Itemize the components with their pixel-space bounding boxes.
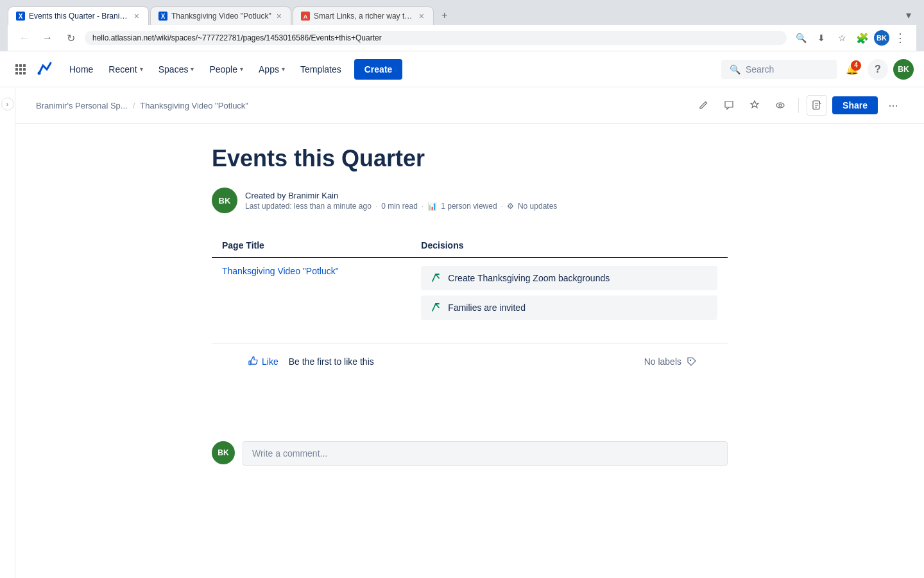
meta-details: Last updated: less than a minute ago · 0…: [245, 202, 557, 211]
edit-button[interactable]: [693, 95, 714, 116]
svg-point-16: [776, 103, 784, 108]
atlassian-logo[interactable]: [36, 60, 54, 78]
watch-button[interactable]: [770, 95, 791, 116]
tab-favicon-2: X: [158, 12, 167, 21]
decision-svg-2: [430, 302, 441, 313]
action-divider: [798, 98, 799, 113]
nav-apps[interactable]: Apps ▾: [251, 59, 293, 80]
zoom-icon[interactable]: 🔍: [792, 29, 810, 47]
tab-menu-button[interactable]: ▾: [901, 5, 916, 25]
chrome-more-button[interactable]: ⋮: [892, 31, 909, 45]
tab-favicon-3: A: [301, 12, 310, 21]
help-button[interactable]: ?: [868, 59, 888, 80]
page-meta: BK Created by Branimir Kain Last updated…: [212, 188, 728, 213]
address-bar-container: ← → ↻ 🔍 ⬇ ☆ 🧩 BK ⋮: [8, 25, 916, 51]
meta-dot-3: ·: [501, 202, 503, 211]
nav-spaces[interactable]: Spaces ▾: [151, 59, 202, 80]
decision-text-2: Families are invited: [448, 302, 526, 313]
page-title-link[interactable]: Thanksgiving Video "Potluck": [222, 266, 339, 276]
main-layout: › Branimir's Personal Sp... / Thanksgivi…: [0, 87, 924, 578]
no-labels-text: No labels: [644, 356, 681, 367]
tab-close-1[interactable]: ×: [133, 11, 141, 21]
comment-input[interactable]: Write a comment...: [243, 441, 728, 466]
star-icon: [749, 100, 760, 110]
table-cell-decisions: Create Thanksgiving Zoom backgrounds Fam: [411, 258, 728, 328]
browser-tab-2[interactable]: X Thanksgiving Video "Potluck" ×: [150, 6, 291, 25]
recent-chevron: ▾: [140, 66, 143, 73]
star-button[interactable]: [744, 95, 765, 116]
nav-home[interactable]: Home: [62, 59, 101, 80]
svg-rect-14: [23, 72, 26, 74]
comment-avatar: BK: [212, 441, 235, 464]
sidebar-toggle-button[interactable]: ›: [1, 98, 14, 110]
spaces-chevron: ▾: [191, 66, 194, 73]
new-tab-button[interactable]: +: [435, 6, 454, 25]
page-icon-button[interactable]: [807, 95, 827, 116]
svg-rect-6: [15, 64, 18, 67]
table-cell-page-title: Thanksgiving Video "Potluck": [212, 258, 411, 328]
address-input[interactable]: [85, 31, 787, 45]
breadcrumb-page-link[interactable]: Thanksgiving Video "Potluck": [140, 101, 248, 110]
tab-title-3: Smart Links, a richer way to h...: [314, 12, 414, 21]
like-button[interactable]: Like: [243, 354, 284, 369]
decision-icon-1: [430, 272, 441, 284]
last-updated: Last updated: less than a minute ago: [245, 202, 372, 211]
extensions-icon[interactable]: 🧩: [853, 29, 871, 47]
meta-info: Created by Branimir Kain Last updated: l…: [245, 191, 557, 211]
svg-rect-8: [23, 64, 26, 67]
page-toolbar: Branimir's Personal Sp... / Thanksgiving…: [15, 87, 924, 124]
col-page-title: Page Title: [212, 234, 411, 258]
breadcrumb: Branimir's Personal Sp... / Thanksgiving…: [36, 101, 248, 110]
browser-tab-3[interactable]: A Smart Links, a richer way to h... ×: [293, 6, 434, 25]
download-icon[interactable]: ⬇: [812, 29, 830, 47]
decision-item-2: Families are invited: [421, 295, 717, 320]
svg-rect-19: [249, 361, 251, 365]
apps-grid-icon[interactable]: [10, 59, 31, 80]
back-button[interactable]: ←: [15, 29, 33, 47]
tab-close-2[interactable]: ×: [275, 11, 283, 21]
notifications-button[interactable]: 🔔 4: [842, 59, 862, 80]
more-actions-button[interactable]: ···: [883, 95, 903, 116]
svg-rect-13: [19, 72, 22, 74]
notification-badge: 4: [851, 60, 861, 71]
confluence-header: Home Recent ▾ Spaces ▾ People ▾ Apps ▾ T…: [0, 51, 924, 87]
like-prompt: Be the first to like this: [289, 356, 374, 367]
views-count: 1 person viewed: [441, 202, 497, 211]
tab-favicon-1: X: [16, 12, 25, 21]
comment-button[interactable]: [719, 95, 739, 116]
nav-recent[interactable]: Recent ▾: [101, 59, 150, 80]
share-button[interactable]: Share: [832, 96, 878, 114]
user-avatar[interactable]: BK: [893, 59, 914, 80]
browser-chrome: X Events this Quarter - Branimic × X Tha…: [0, 0, 924, 51]
page-title: Events this Quarter: [212, 144, 728, 172]
nav-links: Home Recent ▾ Spaces ▾ People ▾ Apps ▾ T…: [62, 59, 716, 80]
updates-label: No updates: [518, 202, 557, 211]
page-footer: Like Be the first to like this No labels: [212, 343, 728, 380]
grid-svg: [15, 64, 26, 74]
nav-templates[interactable]: Templates: [293, 59, 349, 80]
meta-dot-1: ·: [375, 202, 377, 211]
breadcrumb-space-link[interactable]: Branimir's Personal Sp...: [36, 101, 128, 110]
comment-section: BK Write a comment...: [181, 431, 758, 486]
bookmark-icon[interactable]: ☆: [833, 29, 851, 47]
search-box[interactable]: 🔍 Search: [721, 60, 837, 79]
browser-tab-1[interactable]: X Events this Quarter - Branimic ×: [8, 6, 149, 25]
people-chevron: ▾: [240, 66, 243, 73]
svg-rect-10: [19, 68, 22, 71]
reload-button[interactable]: ↻: [62, 29, 80, 47]
tab-close-3[interactable]: ×: [418, 11, 425, 21]
decision-icon-2: [430, 302, 441, 313]
page-icon: [812, 100, 822, 110]
confluence-logo-svg: [36, 60, 54, 78]
svg-point-15: [38, 71, 41, 74]
chrome-profile-avatar[interactable]: BK: [874, 30, 889, 46]
table-row: Thanksgiving Video "Potluck": [212, 258, 728, 328]
forward-button[interactable]: →: [38, 29, 56, 47]
author-avatar: BK: [212, 188, 237, 213]
svg-rect-7: [19, 64, 22, 67]
comment-icon: [724, 100, 734, 110]
decision-item-1: Create Thanksgiving Zoom backgrounds: [421, 266, 717, 290]
tab-title-2: Thanksgiving Video "Potluck": [171, 12, 271, 21]
nav-people[interactable]: People ▾: [201, 59, 251, 80]
create-button[interactable]: Create: [354, 59, 403, 80]
